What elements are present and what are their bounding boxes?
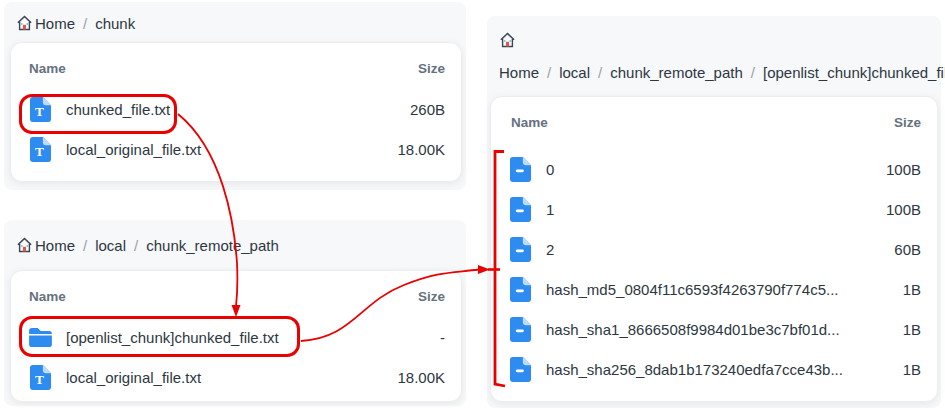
folder-icon — [29, 328, 52, 347]
breadcrumb-home[interactable]: Home — [499, 64, 539, 81]
file-name: local_original_file.txt — [66, 141, 385, 158]
hash-file-name: hash_sha1_8666508f9984d01be3c7bf01d... — [546, 321, 891, 338]
svg-text:T: T — [35, 371, 44, 386]
breadcrumb-dir-openlist-chunk[interactable]: [openlist_chunk]chunked_file.txt — [763, 64, 945, 81]
breadcrumb-separator: / — [83, 15, 87, 32]
column-header-size[interactable]: Size — [894, 115, 921, 130]
file-row-chunked-file[interactable]: T chunked_file.txt 260B — [11, 89, 461, 129]
chunk-name: 1 — [546, 201, 874, 218]
file-name: local_original_file.txt — [66, 369, 385, 386]
breadcrumb: Home/local/chunk_remote_path/[openlist_c… — [487, 16, 941, 88]
file-list-card: Name Size [openlist_chunk]chunked_file.t… — [10, 270, 462, 402]
column-header-size[interactable]: Size — [418, 289, 445, 304]
home-icon[interactable] — [499, 28, 516, 58]
table-header: Name Size — [11, 283, 461, 309]
breadcrumb-separator: / — [134, 237, 138, 254]
breadcrumb-separator: / — [547, 64, 551, 81]
chunk-row-1[interactable]: 1 100B — [491, 189, 937, 229]
breadcrumb-home[interactable]: Home — [35, 237, 75, 254]
text-file-icon: T — [29, 365, 52, 390]
folder-size: - — [440, 329, 445, 346]
file-size: 18.00K — [397, 369, 445, 386]
hash-row-sha256[interactable]: hash_sha256_8dab1b173240edfa7cce43b... 1… — [491, 349, 937, 389]
column-header-name[interactable]: Name — [511, 115, 548, 130]
breadcrumb-dir-chunk-remote-path[interactable]: chunk_remote_path — [146, 237, 279, 254]
file-row-local-original[interactable]: T local_original_file.txt 18.00K — [11, 129, 461, 169]
chunk-name: 2 — [546, 241, 882, 258]
file-browser-panel-chunk-folder: Home/local/chunk_remote_path/[openlist_c… — [487, 16, 941, 408]
hash-file-name: hash_md5_0804f11c6593f4263790f774c5... — [546, 281, 891, 298]
breadcrumb-dir-local[interactable]: local — [95, 237, 126, 254]
table-header: Name Size — [11, 55, 461, 81]
hash-file-size: 1B — [903, 321, 921, 338]
breadcrumb: Home/chunk — [4, 2, 466, 38]
file-browser-panel-chunk: Home/chunk Name Size T chunked_file.txt … — [4, 2, 466, 190]
file-name: chunked_file.txt — [66, 101, 398, 118]
text-file-icon: T — [29, 137, 52, 162]
hash-row-md5[interactable]: hash_md5_0804f11c6593f4263790f774c5... 1… — [491, 269, 937, 309]
breadcrumb-home[interactable]: Home — [35, 15, 75, 32]
folder-row-openlist-chunk[interactable]: [openlist_chunk]chunked_file.txt - — [11, 317, 461, 357]
hash-row-sha1[interactable]: hash_sha1_8666508f9984d01be3c7bf01d... 1… — [491, 309, 937, 349]
svg-text:T: T — [35, 103, 44, 118]
file-browser-panel-remote: Home/local/chunk_remote_path Name Size [… — [4, 220, 466, 406]
home-icon[interactable] — [16, 236, 33, 260]
column-header-size[interactable]: Size — [418, 61, 445, 76]
svg-text:T: T — [35, 143, 44, 158]
chunk-file-icon — [509, 317, 532, 342]
file-size: 18.00K — [397, 141, 445, 158]
breadcrumb-dir-chunk-remote-path[interactable]: chunk_remote_path — [610, 64, 743, 81]
breadcrumb-dir-local[interactable]: local — [559, 64, 590, 81]
chunk-size: 60B — [894, 241, 921, 258]
chunk-file-icon — [509, 237, 532, 262]
home-icon[interactable] — [16, 14, 33, 38]
file-list-card: Name Size T chunked_file.txt 260B T loca… — [10, 42, 462, 182]
breadcrumb: Home/local/chunk_remote_path — [4, 220, 466, 260]
chunk-row-2[interactable]: 2 60B — [491, 229, 937, 269]
hash-file-name: hash_sha256_8dab1b173240edfa7cce43b... — [546, 361, 891, 378]
chunk-size: 100B — [886, 161, 921, 178]
breadcrumb-dir-chunk[interactable]: chunk — [95, 15, 135, 32]
chunk-size: 100B — [886, 201, 921, 218]
column-header-name[interactable]: Name — [29, 61, 66, 76]
file-list-card: Name Size 0 100B 1 100B 2 60B hash_md5_0… — [490, 96, 938, 402]
breadcrumb-separator: / — [598, 64, 602, 81]
chunk-name: 0 — [546, 161, 874, 178]
column-header-name[interactable]: Name — [29, 289, 66, 304]
chunk-file-icon — [509, 197, 532, 222]
file-size: 260B — [410, 101, 445, 118]
folder-name: [openlist_chunk]chunked_file.txt — [66, 329, 428, 346]
chunk-file-icon — [509, 277, 532, 302]
file-row-local-original[interactable]: T local_original_file.txt 18.00K — [11, 357, 461, 397]
chunk-file-icon — [509, 357, 532, 382]
breadcrumb-separator: / — [83, 237, 87, 254]
chunk-row-0[interactable]: 0 100B — [491, 149, 937, 189]
hash-file-size: 1B — [903, 361, 921, 378]
breadcrumb-separator: / — [751, 64, 755, 81]
chunk-file-icon — [509, 157, 532, 182]
text-file-icon: T — [29, 97, 52, 122]
table-header: Name Size — [491, 109, 937, 135]
hash-file-size: 1B — [903, 281, 921, 298]
